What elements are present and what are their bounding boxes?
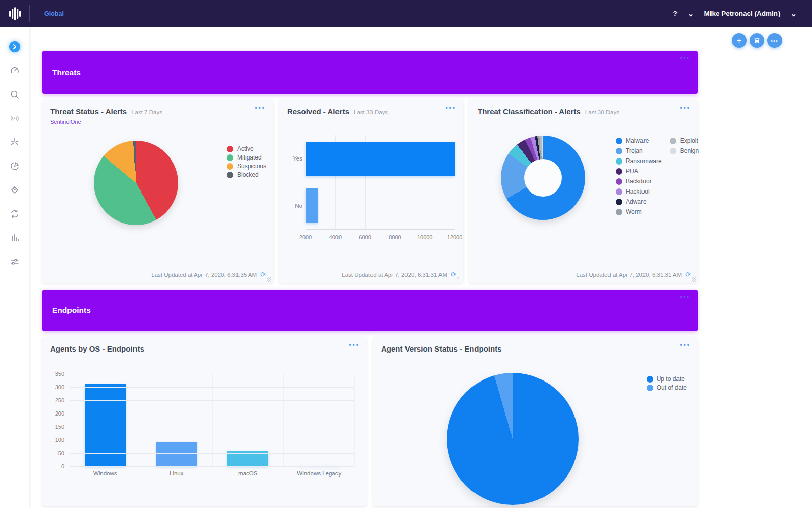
legend-label: Out of date bbox=[657, 384, 687, 391]
resolved-plot bbox=[306, 135, 455, 230]
sidebar-item-sync[interactable] bbox=[9, 208, 20, 219]
legend-item-up-to-date[interactable]: Up to date bbox=[647, 375, 687, 383]
resize-handle[interactable] bbox=[457, 277, 462, 282]
card-scope-label: SentinelOne bbox=[42, 116, 273, 125]
dashboard-main: + ••• Threats ••• Threat Status - Alerts… bbox=[29, 27, 812, 508]
card-menu[interactable]: ••• bbox=[255, 104, 266, 111]
legend-item-malware[interactable]: Malware bbox=[616, 137, 662, 144]
refresh-icon[interactable]: ⟳ bbox=[685, 271, 691, 278]
bar-column bbox=[283, 374, 354, 466]
last-updated-label: Last Updated at Apr 7, 2020, 6:31:31 AM bbox=[342, 272, 447, 278]
y-tick-label: 250 bbox=[55, 397, 64, 403]
y-tick-label: 200 bbox=[55, 410, 64, 417]
sidebar-item-dashboard[interactable] bbox=[9, 65, 20, 76]
threat-classification-legend: MalwareTrojanRansomwarePUABackdoorHackto… bbox=[616, 136, 699, 217]
resize-handle[interactable] bbox=[267, 277, 272, 282]
legend-item-backdoor[interactable]: Backdoor bbox=[616, 178, 662, 185]
legend-swatch bbox=[616, 138, 622, 144]
sidebar-item-packages[interactable] bbox=[9, 184, 20, 196]
legend-item-hacktool[interactable]: Hacktool bbox=[616, 188, 662, 195]
sidebar-item-search[interactable] bbox=[9, 89, 20, 100]
legend-swatch bbox=[616, 209, 622, 215]
legend-item-benign[interactable]: Benign bbox=[670, 147, 699, 154]
card-menu[interactable]: ••• bbox=[349, 341, 360, 348]
scope-selector[interactable]: Global bbox=[44, 10, 64, 17]
y-tick-label: 150 bbox=[55, 424, 64, 430]
card-agent-version-status: Agent Version Status - Endpoints ••• Up … bbox=[373, 337, 698, 506]
refresh-icon[interactable]: ⟳ bbox=[260, 271, 266, 278]
legend-item-mitigated[interactable]: Mitigated bbox=[227, 154, 266, 161]
add-widget-button[interactable]: + bbox=[732, 33, 747, 48]
y-tick-label: 0 bbox=[61, 463, 64, 469]
legend-label: Benign bbox=[680, 147, 699, 154]
legend-item-adware[interactable]: Adware bbox=[616, 198, 662, 205]
sidebar-collapse-toggle[interactable] bbox=[9, 41, 20, 52]
resize-handle[interactable] bbox=[692, 277, 696, 282]
legend-item-blocked[interactable]: Blocked bbox=[227, 171, 266, 178]
bar-linux bbox=[156, 442, 197, 466]
gridline bbox=[70, 466, 354, 467]
gridline bbox=[70, 400, 354, 401]
sidebar-item-network[interactable] bbox=[9, 113, 20, 124]
sidebar-item-analytics[interactable] bbox=[9, 232, 20, 243]
legend-item-active[interactable]: Active bbox=[227, 145, 266, 152]
resolved-bar-chart: YesNo 20004000600080001000012000 bbox=[287, 134, 456, 248]
card-menu[interactable]: ••• bbox=[680, 341, 691, 348]
sidebar-item-incidents[interactable] bbox=[9, 137, 20, 148]
legend-item-out-of-date[interactable]: Out of date bbox=[647, 384, 687, 391]
endpoints-section-banner[interactable]: Endpoints ••• bbox=[42, 290, 698, 331]
user-chevron-down-icon[interactable]: ⌄ bbox=[790, 11, 797, 16]
x-category-label: Windows Legacy bbox=[284, 470, 355, 477]
legend-item-exploit[interactable]: Exploit bbox=[670, 137, 699, 144]
legend-swatch bbox=[647, 376, 653, 383]
y-tick-label: 350 bbox=[55, 371, 64, 377]
user-menu[interactable]: Mike Petronaci (Admin) bbox=[704, 10, 780, 17]
sidebar-item-reports[interactable] bbox=[9, 161, 20, 172]
more-actions-button[interactable]: ••• bbox=[767, 33, 782, 48]
legend-swatch bbox=[227, 172, 233, 178]
legend-swatch bbox=[616, 188, 622, 195]
endpoints-banner-menu[interactable]: ••• bbox=[680, 293, 690, 300]
resolved-ticks: 20004000600080001000012000 bbox=[306, 234, 455, 242]
legend-label: Hacktool bbox=[626, 188, 650, 195]
starburst-icon bbox=[10, 137, 20, 147]
y-category-label: No bbox=[287, 203, 302, 209]
legend-label: Exploit bbox=[680, 137, 698, 144]
threat-status-legend: ActiveMitigatedSuspiciousBlocked bbox=[227, 144, 266, 180]
chevron-down-icon[interactable]: ⌄ bbox=[688, 11, 694, 16]
resolved-cats: YesNo bbox=[287, 135, 302, 230]
legend-label: Up to date bbox=[657, 375, 685, 383]
threats-banner-menu[interactable]: ••• bbox=[680, 54, 690, 61]
sidebar-item-settings[interactable] bbox=[9, 256, 20, 267]
legend-swatch bbox=[227, 163, 233, 170]
x-category-label: macOS bbox=[212, 470, 284, 477]
threats-section-banner[interactable]: Threats ••• bbox=[42, 51, 698, 94]
sentinelone-logo[interactable] bbox=[0, 0, 29, 27]
card-menu[interactable]: ••• bbox=[445, 104, 456, 111]
agents-by-os-xlabels: WindowsLinuxmacOSWindows Legacy bbox=[70, 470, 355, 477]
legend-swatch bbox=[227, 146, 233, 152]
x-tick-label: 8000 bbox=[389, 234, 401, 240]
legend-item-pua[interactable]: PUA bbox=[616, 168, 662, 175]
card-menu[interactable]: ••• bbox=[680, 104, 691, 111]
gridline bbox=[70, 427, 354, 427]
gridline bbox=[70, 440, 354, 440]
legend-item-suspicious[interactable]: Suspicious bbox=[227, 163, 266, 170]
agents-by-os-plot bbox=[70, 374, 355, 466]
legend-label: Mitigated bbox=[237, 154, 262, 161]
refresh-icon[interactable]: ⟳ bbox=[451, 271, 456, 278]
network-broadcast-icon bbox=[10, 113, 20, 123]
y-category-label: Yes bbox=[287, 155, 302, 162]
legend-item-ransomware[interactable]: Ransomware bbox=[616, 157, 662, 165]
legend-label: Suspicious bbox=[237, 163, 266, 170]
delete-button[interactable] bbox=[750, 33, 764, 48]
legend-label: Blocked bbox=[237, 171, 259, 178]
legend-item-trojan[interactable]: Trojan bbox=[616, 147, 662, 154]
gridline bbox=[70, 387, 354, 388]
y-tick-label: 50 bbox=[58, 450, 64, 456]
help-icon[interactable]: ? bbox=[673, 10, 678, 17]
x-tick-label: 12000 bbox=[447, 234, 463, 240]
top-navbar: Global ? ⌄ Mike Petronaci (Admin) ⌄ bbox=[0, 0, 812, 27]
legend-item-worm[interactable]: Worm bbox=[616, 208, 662, 215]
card-subtitle: Last 7 Days bbox=[131, 109, 162, 115]
